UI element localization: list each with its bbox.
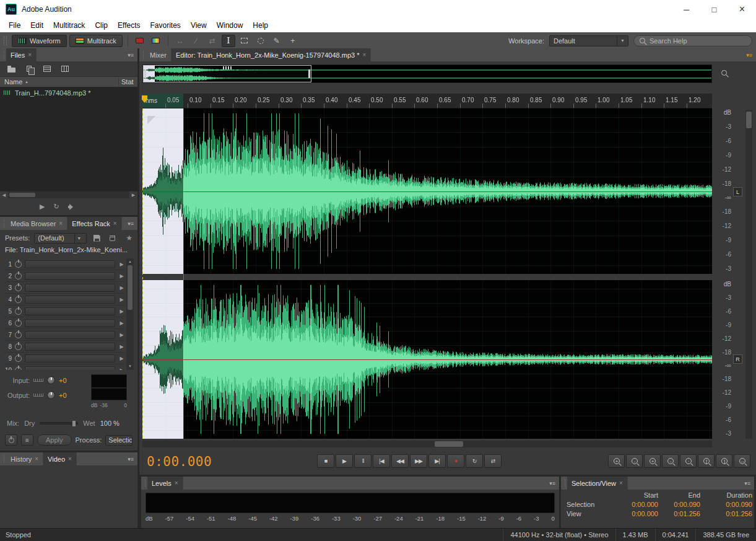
- apply-button[interactable]: Apply: [37, 434, 72, 446]
- panel-menu-icon[interactable]: ▾≡: [545, 477, 559, 490]
- power-toggle-icon[interactable]: [15, 296, 22, 303]
- panel-menu-icon[interactable]: ▾≡: [124, 452, 137, 465]
- effect-slot[interactable]: [25, 331, 115, 339]
- output-fader-icon[interactable]: [33, 394, 43, 397]
- panel-menu-icon[interactable]: ▾≡: [124, 48, 137, 61]
- help-search-input[interactable]: Search Help: [633, 35, 752, 46]
- power-toggle-icon[interactable]: [15, 261, 22, 268]
- time-selection-tool-button[interactable]: I: [222, 35, 235, 47]
- panel-menu-icon[interactable]: ▾≡: [124, 217, 137, 230]
- tab-video[interactable]: Video ×: [43, 452, 77, 465]
- record-button[interactable]: ●: [447, 454, 464, 468]
- zoom-to-out-point-button[interactable]: ]: [716, 454, 732, 468]
- close-icon[interactable]: ×: [35, 455, 38, 462]
- files-horizontal-scrollbar[interactable]: ◀ ▶: [0, 191, 137, 198]
- menu-view[interactable]: View: [186, 20, 212, 31]
- zoom-out-time-button[interactable]: -: [626, 454, 643, 468]
- view-range-grip[interactable]: [223, 66, 232, 69]
- power-toggle-icon[interactable]: [15, 308, 22, 315]
- hud-corner-icon[interactable]: [147, 116, 155, 124]
- slot-arrow-icon[interactable]: ▶: [118, 344, 125, 350]
- zoom-in-amplitude-button[interactable]: +: [644, 454, 661, 468]
- panel-menu-icon[interactable]: ▾≡: [742, 48, 756, 61]
- rack-scrollbar[interactable]: ▲ ▼: [126, 258, 134, 370]
- zoom-to-in-point-button[interactable]: [: [698, 454, 715, 468]
- scroll-down-icon[interactable]: ▼: [126, 364, 134, 369]
- selection-end-value[interactable]: 0:00.090: [658, 501, 700, 508]
- close-icon[interactable]: ×: [619, 480, 623, 486]
- play-button[interactable]: ▶: [336, 454, 353, 468]
- view-range-right-handle[interactable]: [308, 69, 310, 78]
- effect-slot[interactable]: [25, 366, 115, 371]
- slot-arrow-icon[interactable]: ▶: [118, 285, 125, 291]
- scrollbar-thumb[interactable]: [128, 265, 133, 310]
- panel-grip[interactable]: [141, 51, 144, 59]
- waveform-display[interactable]: [142, 108, 712, 439]
- menu-window[interactable]: Window: [212, 20, 248, 31]
- move-tool-button[interactable]: ↔: [173, 35, 187, 47]
- horizontal-scrollbar[interactable]: [142, 441, 712, 447]
- close-icon[interactable]: ×: [59, 220, 63, 227]
- right-channel-badge[interactable]: R: [733, 354, 742, 364]
- pause-button[interactable]: ‖: [354, 454, 371, 468]
- zoom-navigate-icon[interactable]: [721, 70, 727, 76]
- close-icon[interactable]: ×: [113, 220, 117, 227]
- process-dropdown[interactable]: Selection C: [105, 435, 133, 446]
- tab-media-browser[interactable]: Media Browser ×: [6, 217, 67, 230]
- overview-strip[interactable]: [142, 64, 712, 83]
- effect-slot[interactable]: [25, 272, 115, 280]
- scrollbar-thumb[interactable]: [746, 112, 752, 128]
- skip-to-start-button[interactable]: |◀: [373, 454, 390, 468]
- favorite-star-icon[interactable]: ★: [126, 234, 133, 242]
- scroll-left-icon[interactable]: ◀: [0, 193, 8, 198]
- tab-editor[interactable]: Editor: Train_Honk_Horn_2x-Mike_Koenig-1…: [172, 48, 371, 61]
- spectral-display-toggle[interactable]: [133, 35, 147, 47]
- zoom-in-time-button[interactable]: +: [608, 454, 625, 468]
- list-view-button[interactable]: [41, 64, 53, 74]
- save-preset-button[interactable]: [91, 233, 102, 243]
- selection-start-value[interactable]: 0:00.000: [605, 501, 658, 508]
- output-gain-knob[interactable]: [47, 391, 55, 399]
- tab-files[interactable]: Files ×: [6, 48, 37, 61]
- rack-power-button[interactable]: [5, 434, 17, 446]
- slip-tool-button[interactable]: ⇄: [206, 35, 219, 47]
- effect-slot[interactable]: [25, 284, 115, 292]
- panel-grip[interactable]: [1, 51, 4, 59]
- waveform-mode-button[interactable]: Waveform: [12, 35, 67, 47]
- spot-healing-brush-button[interactable]: +: [286, 35, 300, 47]
- preview-loop-button[interactable]: ↻: [53, 203, 59, 211]
- stop-button[interactable]: ■: [317, 454, 334, 468]
- effect-slot[interactable]: [25, 260, 115, 268]
- slot-arrow-icon[interactable]: ▶: [118, 309, 125, 314]
- mix-slider[interactable]: [40, 422, 78, 424]
- power-toggle-icon[interactable]: [15, 367, 22, 371]
- paintbrush-selection-tool-button[interactable]: ✎: [270, 35, 284, 47]
- menu-favorites[interactable]: Favorites: [146, 20, 186, 31]
- preview-play-button[interactable]: ▶: [40, 203, 45, 211]
- close-icon[interactable]: ×: [175, 480, 178, 486]
- view-end-value[interactable]: 0:01.256: [658, 510, 700, 517]
- scrollbar-track[interactable]: [8, 191, 129, 198]
- timeline-ruler[interactable]: hms 0.050.100.150.200.250.300.350.400.45…: [142, 94, 712, 108]
- power-toggle-icon[interactable]: [15, 320, 22, 327]
- open-file-button[interactable]: [6, 64, 17, 74]
- column-header-status[interactable]: Stat: [119, 78, 137, 86]
- close-icon[interactable]: ×: [362, 51, 366, 58]
- panel-grip[interactable]: [562, 479, 565, 487]
- input-fader-icon[interactable]: [33, 379, 43, 382]
- selection-duration-value[interactable]: 0:00.090: [700, 501, 752, 508]
- close-button[interactable]: ×: [728, 0, 756, 19]
- metadata-view-button[interactable]: [59, 64, 71, 74]
- left-channel-badge[interactable]: L: [733, 187, 742, 196]
- slot-arrow-icon[interactable]: ▶: [118, 367, 125, 371]
- zoom-to-selection-button[interactable]: ↔: [734, 454, 750, 468]
- view-duration-value[interactable]: 0:01.256: [700, 510, 752, 517]
- skip-selection-button[interactable]: ⇄: [484, 454, 502, 468]
- scrollbar-thumb[interactable]: [435, 441, 463, 447]
- minimize-button[interactable]: ─: [672, 0, 700, 19]
- lasso-selection-tool-button[interactable]: [254, 35, 267, 47]
- razor-tool-button[interactable]: ∕: [189, 35, 203, 47]
- tab-levels[interactable]: Levels ×: [147, 477, 183, 490]
- power-toggle-icon[interactable]: [15, 355, 22, 362]
- tab-selection-view[interactable]: Selection/View ×: [567, 477, 628, 490]
